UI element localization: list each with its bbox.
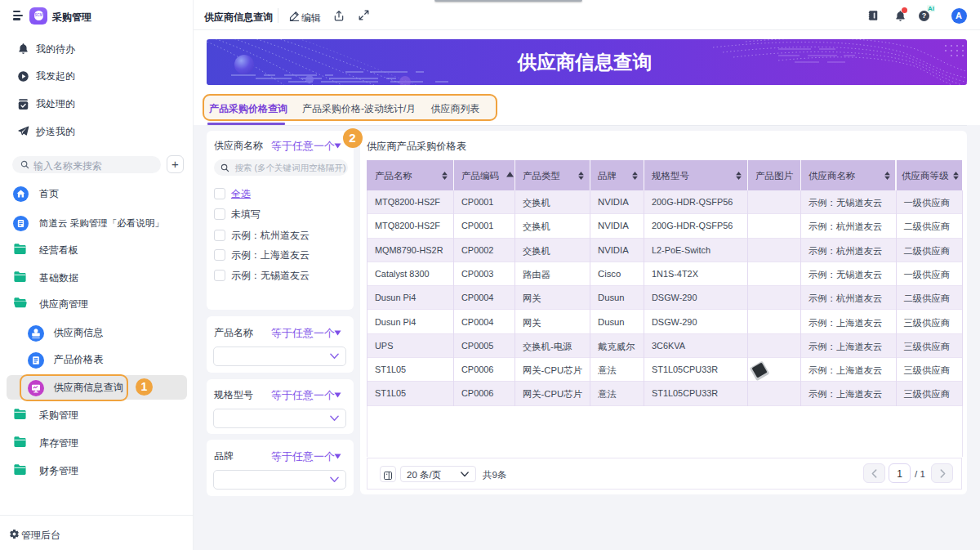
svg-text:供应商信息查询: 供应商信息查询 (517, 51, 653, 73)
